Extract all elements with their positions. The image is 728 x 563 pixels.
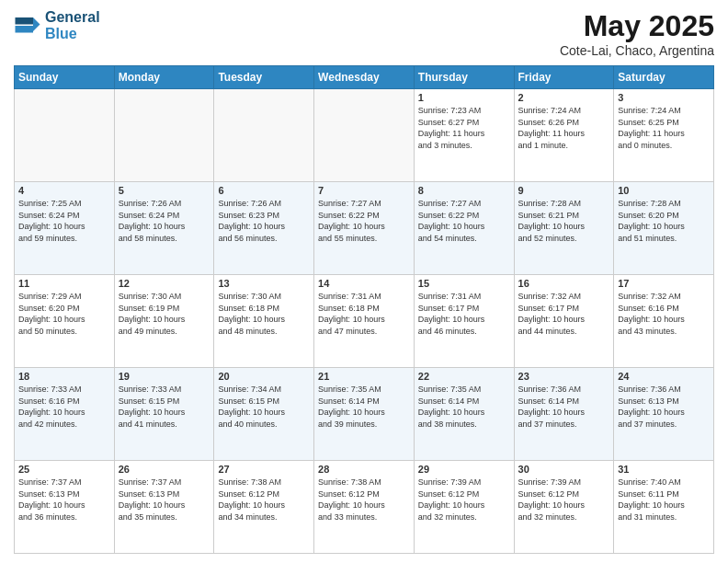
day-number: 22 [418, 371, 510, 382]
calendar-day-14: 14Sunrise: 7:31 AM Sunset: 6:18 PM Dayli… [314, 275, 415, 368]
calendar-day-22: 22Sunrise: 7:35 AM Sunset: 6:14 PM Dayli… [414, 368, 514, 461]
calendar-day-17: 17Sunrise: 7:32 AM Sunset: 6:16 PM Dayli… [614, 275, 714, 368]
day-number: 21 [318, 371, 410, 382]
day-number: 9 [518, 185, 610, 196]
calendar-day-3: 3Sunrise: 7:24 AM Sunset: 6:25 PM Daylig… [614, 89, 714, 182]
day-info: Sunrise: 7:29 AM Sunset: 6:20 PM Dayligh… [18, 291, 110, 337]
calendar-day-15: 15Sunrise: 7:31 AM Sunset: 6:17 PM Dayli… [414, 275, 514, 368]
day-number: 18 [18, 371, 110, 382]
calendar-day-26: 26Sunrise: 7:37 AM Sunset: 6:13 PM Dayli… [114, 461, 214, 554]
calendar-day-7: 7Sunrise: 7:27 AM Sunset: 6:22 PM Daylig… [314, 182, 415, 275]
day-number: 15 [418, 278, 510, 289]
day-info: Sunrise: 7:38 AM Sunset: 6:12 PM Dayligh… [218, 477, 310, 523]
day-number: 20 [218, 371, 310, 382]
empty-cell [15, 89, 115, 182]
day-number: 13 [218, 278, 310, 289]
calendar-day-10: 10Sunrise: 7:28 AM Sunset: 6:20 PM Dayli… [614, 182, 714, 275]
day-number: 2 [518, 92, 610, 103]
day-info: Sunrise: 7:32 AM Sunset: 6:16 PM Dayligh… [618, 291, 710, 337]
column-header-friday: Friday [514, 66, 614, 89]
day-info: Sunrise: 7:40 AM Sunset: 6:11 PM Dayligh… [618, 477, 710, 523]
day-number: 29 [418, 464, 510, 475]
day-number: 1 [418, 92, 510, 103]
calendar-day-16: 16Sunrise: 7:32 AM Sunset: 6:17 PM Dayli… [514, 275, 614, 368]
calendar-day-6: 6Sunrise: 7:26 AM Sunset: 6:23 PM Daylig… [214, 182, 314, 275]
svg-rect-3 [16, 26, 34, 33]
day-number: 7 [318, 185, 410, 196]
day-info: Sunrise: 7:25 AM Sunset: 6:24 PM Dayligh… [18, 198, 110, 244]
day-info: Sunrise: 7:39 AM Sunset: 6:12 PM Dayligh… [418, 477, 510, 523]
calendar-day-5: 5Sunrise: 7:26 AM Sunset: 6:24 PM Daylig… [114, 182, 214, 275]
calendar-day-27: 27Sunrise: 7:38 AM Sunset: 6:12 PM Dayli… [214, 461, 314, 554]
day-info: Sunrise: 7:34 AM Sunset: 6:15 PM Dayligh… [218, 384, 310, 430]
month-title: May 2025 [560, 9, 714, 43]
header: General Blue May 2025 Cote-Lai, Chaco, A… [14, 9, 714, 58]
day-number: 23 [518, 371, 610, 382]
day-number: 3 [618, 92, 710, 103]
day-number: 11 [18, 278, 110, 289]
day-number: 19 [119, 371, 210, 382]
day-number: 16 [518, 278, 610, 289]
day-info: Sunrise: 7:24 AM Sunset: 6:26 PM Dayligh… [518, 105, 610, 151]
day-info: Sunrise: 7:36 AM Sunset: 6:13 PM Dayligh… [618, 384, 710, 430]
calendar-header-row: SundayMondayTuesdayWednesdayThursdayFrid… [15, 66, 714, 89]
logo-icon [14, 12, 41, 40]
day-number: 10 [618, 185, 710, 196]
day-info: Sunrise: 7:27 AM Sunset: 6:22 PM Dayligh… [318, 198, 410, 244]
column-header-wednesday: Wednesday [314, 66, 415, 89]
calendar-week-1: 1Sunrise: 7:23 AM Sunset: 6:27 PM Daylig… [15, 89, 714, 182]
column-header-thursday: Thursday [414, 66, 514, 89]
day-number: 12 [119, 278, 210, 289]
calendar-day-20: 20Sunrise: 7:34 AM Sunset: 6:15 PM Dayli… [214, 368, 314, 461]
day-info: Sunrise: 7:37 AM Sunset: 6:13 PM Dayligh… [18, 477, 110, 523]
column-header-saturday: Saturday [614, 66, 714, 89]
calendar-week-4: 18Sunrise: 7:33 AM Sunset: 6:16 PM Dayli… [15, 368, 714, 461]
calendar-day-19: 19Sunrise: 7:33 AM Sunset: 6:15 PM Dayli… [114, 368, 214, 461]
day-info: Sunrise: 7:30 AM Sunset: 6:18 PM Dayligh… [218, 291, 310, 337]
calendar-week-3: 11Sunrise: 7:29 AM Sunset: 6:20 PM Dayli… [15, 275, 714, 368]
day-number: 31 [618, 464, 710, 475]
day-number: 17 [618, 278, 710, 289]
day-info: Sunrise: 7:26 AM Sunset: 6:24 PM Dayligh… [119, 198, 210, 244]
empty-cell [314, 89, 415, 182]
day-info: Sunrise: 7:37 AM Sunset: 6:13 PM Dayligh… [119, 477, 210, 523]
day-info: Sunrise: 7:38 AM Sunset: 6:12 PM Dayligh… [318, 477, 410, 523]
page: General Blue May 2025 Cote-Lai, Chaco, A… [0, 0, 728, 563]
calendar-day-25: 25Sunrise: 7:37 AM Sunset: 6:13 PM Dayli… [15, 461, 115, 554]
day-number: 24 [618, 371, 710, 382]
day-info: Sunrise: 7:39 AM Sunset: 6:12 PM Dayligh… [518, 477, 610, 523]
calendar-day-29: 29Sunrise: 7:39 AM Sunset: 6:12 PM Dayli… [414, 461, 514, 554]
calendar-day-28: 28Sunrise: 7:38 AM Sunset: 6:12 PM Dayli… [314, 461, 415, 554]
calendar-day-24: 24Sunrise: 7:36 AM Sunset: 6:13 PM Dayli… [614, 368, 714, 461]
day-info: Sunrise: 7:30 AM Sunset: 6:19 PM Dayligh… [119, 291, 210, 337]
day-info: Sunrise: 7:27 AM Sunset: 6:22 PM Dayligh… [418, 198, 510, 244]
location: Cote-Lai, Chaco, Argentina [560, 43, 714, 58]
day-info: Sunrise: 7:35 AM Sunset: 6:14 PM Dayligh… [318, 384, 410, 430]
calendar-table: SundayMondayTuesdayWednesdayThursdayFrid… [14, 65, 714, 554]
day-number: 26 [119, 464, 210, 475]
day-info: Sunrise: 7:33 AM Sunset: 6:16 PM Dayligh… [18, 384, 110, 430]
day-number: 27 [218, 464, 310, 475]
day-info: Sunrise: 7:28 AM Sunset: 6:21 PM Dayligh… [518, 198, 610, 244]
calendar-day-8: 8Sunrise: 7:27 AM Sunset: 6:22 PM Daylig… [414, 182, 514, 275]
day-number: 6 [218, 185, 310, 196]
title-section: May 2025 Cote-Lai, Chaco, Argentina [560, 9, 714, 58]
calendar-day-9: 9Sunrise: 7:28 AM Sunset: 6:21 PM Daylig… [514, 182, 614, 275]
logo: General Blue [14, 9, 100, 41]
day-info: Sunrise: 7:26 AM Sunset: 6:23 PM Dayligh… [218, 198, 310, 244]
calendar-day-12: 12Sunrise: 7:30 AM Sunset: 6:19 PM Dayli… [114, 275, 214, 368]
day-number: 14 [318, 278, 410, 289]
calendar-day-23: 23Sunrise: 7:36 AM Sunset: 6:14 PM Dayli… [514, 368, 614, 461]
calendar-day-1: 1Sunrise: 7:23 AM Sunset: 6:27 PM Daylig… [414, 89, 514, 182]
day-info: Sunrise: 7:35 AM Sunset: 6:14 PM Dayligh… [418, 384, 510, 430]
calendar-day-31: 31Sunrise: 7:40 AM Sunset: 6:11 PM Dayli… [614, 461, 714, 554]
day-info: Sunrise: 7:23 AM Sunset: 6:27 PM Dayligh… [418, 105, 510, 151]
svg-rect-2 [16, 17, 34, 25]
day-info: Sunrise: 7:28 AM Sunset: 6:20 PM Dayligh… [618, 198, 710, 244]
day-number: 5 [119, 185, 210, 196]
day-info: Sunrise: 7:24 AM Sunset: 6:25 PM Dayligh… [618, 105, 710, 151]
day-number: 30 [518, 464, 610, 475]
day-info: Sunrise: 7:31 AM Sunset: 6:18 PM Dayligh… [318, 291, 410, 337]
day-info: Sunrise: 7:32 AM Sunset: 6:17 PM Dayligh… [518, 291, 610, 337]
calendar-week-5: 25Sunrise: 7:37 AM Sunset: 6:13 PM Dayli… [15, 461, 714, 554]
